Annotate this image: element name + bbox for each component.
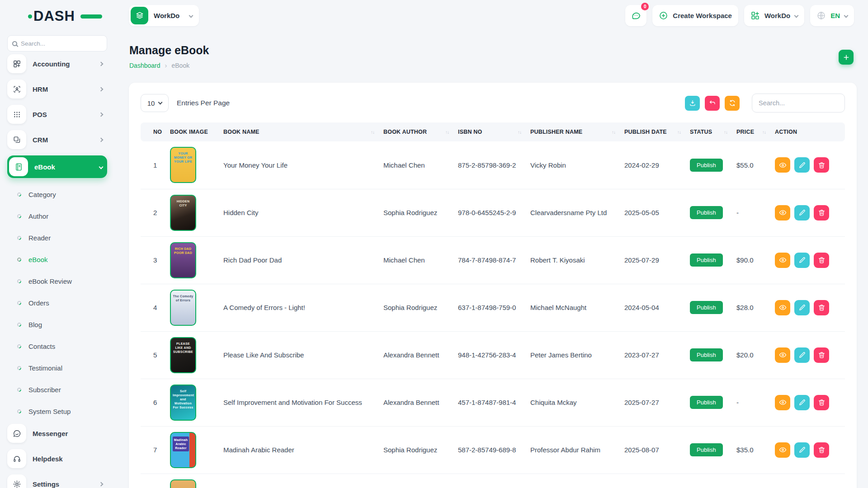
sort-icon[interactable]: ↑↓: [518, 130, 521, 135]
status-badge: Publish: [690, 396, 723, 409]
sort-icon[interactable]: ↑↓: [762, 130, 766, 135]
sidebar-subitem-ebook-review[interactable]: eBook Review: [7, 270, 107, 292]
view-button[interactable]: [775, 157, 790, 173]
edit-button[interactable]: [794, 205, 810, 221]
sidebar-subitem-blog[interactable]: Blog: [7, 314, 107, 335]
delete-button[interactable]: [814, 205, 829, 221]
sidebar-search[interactable]: [7, 35, 107, 52]
sidebar-subitem-subscriber[interactable]: Subscriber: [7, 379, 107, 400]
delete-button[interactable]: [814, 347, 829, 363]
sidebar-item-messenger[interactable]: Messenger: [7, 424, 107, 443]
table-search-input[interactable]: [752, 94, 845, 113]
globe-icon: [816, 11, 826, 20]
sidebar-subitem-testimonial[interactable]: Testimonial: [7, 357, 107, 379]
ebook-table: NOBOOK IMAGEBOOK NAME↑↓BOOK AUTHOR↑↓ISBN…: [141, 122, 845, 488]
cell-book-author: Alexandra Bennett: [379, 379, 453, 426]
view-button[interactable]: [775, 442, 790, 458]
edit-button[interactable]: [794, 395, 810, 410]
view-button[interactable]: [775, 300, 790, 315]
bullet-icon: [16, 343, 22, 349]
cell-publisher: Professor Abdur Rahim: [526, 426, 620, 474]
delete-button[interactable]: [814, 253, 829, 268]
sidebar-item-settings[interactable]: Settings: [7, 474, 107, 488]
status-badge: Publish: [690, 253, 723, 267]
language-selector[interactable]: EN: [810, 5, 854, 26]
sidebar-subitem-system-setup[interactable]: System Setup: [7, 400, 107, 422]
bullet-icon: [16, 213, 22, 219]
entries-per-page-select[interactable]: 10: [141, 94, 169, 112]
cell-publish-date: [620, 474, 685, 488]
sidebar-item-helpdesk[interactable]: Helpdesk: [7, 449, 107, 468]
eye-icon: [779, 209, 787, 216]
view-button[interactable]: [775, 395, 790, 410]
delete-button[interactable]: [814, 300, 829, 315]
cell-book-author: Sophia Rodriguez: [379, 426, 453, 474]
undo-button[interactable]: [705, 96, 720, 111]
cell-price: $28.0: [732, 284, 770, 331]
chevron-down-icon: [794, 13, 799, 18]
cell-book-author: Sophia Rodriguez: [379, 189, 453, 236]
sidebar-item-hrm[interactable]: HRM: [7, 80, 107, 99]
column-header-book-name[interactable]: BOOK NAME↑↓: [219, 122, 379, 141]
column-header-publish-date[interactable]: PUBLISH DATE↑↓: [620, 122, 685, 141]
column-header-isbn-no[interactable]: ISBN NO↑↓: [453, 122, 526, 141]
sidebar-nav: Accounting HRM POS: [7, 54, 107, 488]
column-header-price[interactable]: PRICE↑↓: [732, 122, 770, 141]
sidebar-item-accounting[interactable]: Accounting: [7, 54, 107, 73]
view-button[interactable]: [775, 347, 790, 363]
create-workspace-button[interactable]: Create Workspace: [652, 5, 738, 26]
sidebar-subitem-ebook[interactable]: eBook: [7, 249, 107, 270]
sort-icon[interactable]: ↑↓: [612, 130, 615, 135]
edit-button[interactable]: [794, 300, 810, 315]
breadcrumb-dashboard-link[interactable]: Dashboard: [129, 62, 160, 69]
messages-button[interactable]: 0: [625, 5, 646, 26]
delete-button[interactable]: [814, 395, 829, 410]
column-header-book-author[interactable]: BOOK AUTHOR↑↓: [379, 122, 453, 141]
pencil-icon: [798, 446, 806, 454]
sort-icon[interactable]: ↑↓: [371, 130, 374, 135]
sort-icon[interactable]: ↑↓: [445, 130, 449, 135]
workspace-selector[interactable]: WorkDo: [129, 5, 199, 26]
view-button[interactable]: [775, 205, 790, 221]
workdo-menu[interactable]: WorkDo: [744, 5, 804, 26]
edit-button[interactable]: [794, 347, 810, 363]
cell-isbn: [453, 474, 526, 488]
sidebar-item-crm[interactable]: CRM: [7, 130, 107, 149]
refresh-button[interactable]: [725, 96, 740, 111]
sidebar-subitem-author[interactable]: Author: [7, 205, 107, 227]
column-header-status[interactable]: STATUS↑↓: [685, 122, 732, 141]
column-header-publisher-name[interactable]: PUBLISHER NAME↑↓: [526, 122, 620, 141]
sidebar-item-pos[interactable]: POS: [7, 105, 107, 124]
add-ebook-button[interactable]: [839, 50, 854, 65]
cell-status: Publish: [685, 426, 732, 474]
export-button[interactable]: [685, 96, 700, 111]
sort-icon[interactable]: ↑↓: [724, 130, 727, 135]
table-row: 3RICH DAD POOR DADRich Dad Poor DadMicha…: [141, 236, 845, 284]
sidebar-search-input[interactable]: [21, 40, 102, 47]
edit-button[interactable]: [794, 253, 810, 268]
sidebar: DASH Accounting HRM: [0, 0, 114, 488]
sidebar-item-ebook[interactable]: eBook: [7, 155, 107, 178]
eye-icon: [779, 304, 787, 311]
bullet-icon: [16, 235, 22, 241]
sidebar-subitem-contacts[interactable]: Contacts: [7, 335, 107, 357]
cell-price: $35.0: [732, 426, 770, 474]
cell-book-image: RICH DAD POOR DAD: [165, 236, 219, 284]
chevron-right-icon: [99, 112, 104, 117]
cell-action: [770, 474, 845, 488]
cell-book-image: Self Improvement and Motivation For Succ…: [165, 379, 219, 426]
breadcrumb-current: eBook: [172, 62, 190, 69]
brand-logo[interactable]: DASH: [28, 7, 107, 25]
delete-button[interactable]: [814, 157, 829, 173]
view-button[interactable]: [775, 253, 790, 268]
sort-icon[interactable]: ↑↓: [677, 130, 681, 135]
grid-plus-icon: [750, 11, 760, 20]
edit-button[interactable]: [794, 442, 810, 458]
cell-publish-date: 2025-05-05: [620, 189, 685, 236]
sidebar-subitem-category[interactable]: Category: [7, 183, 107, 205]
edit-button[interactable]: [794, 157, 810, 173]
sidebar-subitem-reader[interactable]: Reader: [7, 227, 107, 249]
sidebar-subitem-orders[interactable]: Orders: [7, 292, 107, 314]
delete-button[interactable]: [814, 442, 829, 458]
book-cover: PLEASE LIKE AND SUBSCRIBE: [170, 337, 196, 373]
